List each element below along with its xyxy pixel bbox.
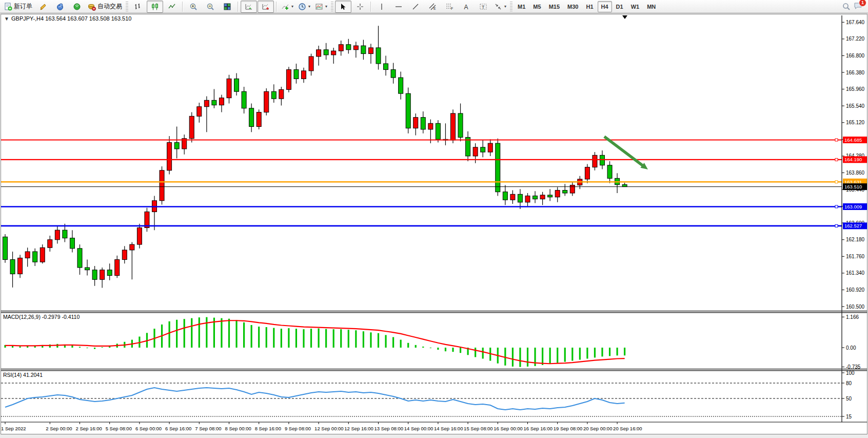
data-window-icon	[56, 3, 64, 11]
candlestick-chart-button[interactable]	[147, 1, 163, 13]
svg-text:E: E	[433, 7, 436, 10]
zoom-in-button[interactable]	[185, 1, 202, 13]
price-tick: 167.640	[846, 20, 865, 25]
time-tick: 13 Sep 08:00	[374, 426, 404, 431]
ea-navigator-button[interactable]	[69, 1, 85, 13]
timeframe-m15[interactable]: M15	[545, 1, 563, 12]
timeframe-m1[interactable]: M1	[514, 1, 529, 12]
cursor-arrow-icon	[339, 3, 347, 11]
equidistant-channel-icon: E	[428, 3, 437, 11]
auto-scroll-button[interactable]	[241, 1, 257, 13]
bar-chart-button[interactable]	[130, 1, 146, 13]
time-tick: 19 Sep 08:00	[554, 426, 583, 431]
rsi-tick: 80	[846, 380, 852, 386]
line-chart-icon	[168, 3, 176, 11]
auto-trading-label: 自动交易	[97, 2, 122, 11]
time-tick: 14 Sep 16:00	[434, 426, 463, 431]
zoom-out-button[interactable]	[202, 1, 219, 13]
svg-text:A: A	[464, 3, 468, 10]
chevron-down-icon: ▾	[504, 4, 506, 9]
time-tick: 2 Sep 16:00	[76, 426, 102, 431]
svg-text:T: T	[482, 4, 485, 9]
ohlc-collapse-arrow[interactable]: ▼	[4, 16, 9, 22]
price-tick: 160.920	[846, 287, 865, 293]
macd-tick: 1.166	[846, 314, 859, 320]
periods-button[interactable]: ▾	[296, 1, 312, 13]
timeframe-m5[interactable]: M5	[529, 1, 544, 12]
cursor-tool-button[interactable]	[335, 1, 351, 13]
time-tick: 5 Sep 08:00	[106, 426, 132, 431]
price-line-label: 163.009	[844, 204, 862, 210]
chart-shift-icon	[262, 3, 270, 11]
new-order-label: 新订单	[14, 2, 32, 11]
time-tick: 14 Sep 00:00	[404, 426, 433, 431]
line-chart-button[interactable]	[164, 1, 180, 13]
time-tick: 16 Sep 16:00	[524, 426, 553, 431]
candlestick-chart-icon	[151, 3, 159, 11]
toolbar-separator	[238, 2, 239, 12]
timeframe-group: M1M5M15M30H1H4D1W1MN	[514, 1, 659, 12]
price-line-label: 162.527	[844, 223, 862, 228]
price-tick: 161.340	[846, 270, 865, 276]
time-tick: 8 Sep 16:00	[255, 426, 281, 431]
arrows-tool-button[interactable]: ▾	[492, 1, 508, 13]
horizontal-line-tool-button[interactable]	[390, 1, 407, 13]
timeframe-m30[interactable]: M30	[564, 1, 582, 12]
tile-windows-icon	[223, 3, 231, 11]
indicators-add-icon	[281, 3, 289, 11]
trendline-tool-button[interactable]	[407, 1, 424, 13]
templates-icon	[315, 3, 323, 11]
time-tick: 1 Sep 2022	[1, 426, 26, 431]
timeframe-h1[interactable]: H1	[582, 1, 597, 12]
crosshair-tool-button[interactable]	[352, 1, 368, 13]
channel-tool-button[interactable]: E	[424, 1, 441, 13]
crosshair-icon	[356, 3, 364, 11]
text-tool-button[interactable]: A	[458, 1, 475, 13]
arrows-icon	[494, 3, 502, 11]
market-watch-icon	[39, 3, 47, 11]
price-line-label: 164.190	[844, 157, 862, 162]
periods-clock-icon	[298, 3, 306, 11]
fibonacci-tool-button[interactable]: F	[441, 1, 458, 13]
time-tick: 15 Sep 08:00	[464, 426, 493, 431]
terminal-window: 新订单	[0, 0, 868, 438]
market-watch-button[interactable]	[35, 1, 51, 13]
time-tick: 6 Sep 00:00	[135, 426, 162, 431]
data-window-button[interactable]	[52, 1, 68, 13]
macd-label: MACD(12,26,9) -0.2979 -0.4110	[3, 314, 80, 320]
chevron-down-icon: ▾	[308, 4, 310, 9]
price-tick: 163.860	[846, 170, 865, 176]
auto-scroll-icon	[245, 3, 253, 11]
price-tick: 162.180	[846, 237, 865, 242]
time-tick: 7 Sep 08:00	[195, 426, 221, 431]
timeframe-mn[interactable]: MN	[643, 1, 659, 12]
chart-shift-button[interactable]	[258, 1, 274, 13]
price-tick: 166.380	[846, 70, 865, 75]
notifications-button[interactable]: 1	[854, 2, 863, 12]
price-tick: 160.500	[846, 304, 865, 310]
time-tick: 12 Sep 16:00	[344, 426, 373, 431]
vertical-line-tool-button[interactable]	[373, 1, 390, 13]
text-label-tool-button[interactable]: T	[475, 1, 491, 13]
time-tick: 2 Sep 00:00	[46, 426, 72, 431]
new-order-icon	[4, 3, 12, 11]
templates-button[interactable]: ▾	[313, 1, 329, 13]
chart-canvas[interactable]: MACD(12,26,9) -0.2979 -0.41101.1660.00-0…	[0, 13, 868, 438]
search-icon[interactable]	[842, 3, 851, 11]
timeframe-w1[interactable]: W1	[627, 1, 643, 12]
indicators-button[interactable]: ▾	[279, 1, 295, 13]
timeframe-h4[interactable]: H4	[598, 1, 612, 12]
tile-windows-button[interactable]	[219, 1, 235, 13]
svg-text:F: F	[451, 7, 453, 10]
toolbar-drag-handle[interactable]	[510, 2, 512, 12]
new-order-button[interactable]: 新订单	[2, 1, 34, 13]
macd-tick: 0.00	[846, 345, 856, 351]
rsi-label: RSI(14) 41.2041	[3, 372, 43, 378]
time-tick: 16 Sep 00:00	[494, 426, 523, 431]
price-line-label: 164.685	[844, 137, 862, 143]
toolbar-drag-handle[interactable]	[126, 2, 128, 12]
auto-trading-button[interactable]: 自动交易	[86, 1, 124, 13]
toolbar-drag-handle[interactable]	[331, 2, 333, 12]
timeframe-d1[interactable]: D1	[613, 1, 627, 12]
time-tick: 20 Sep 00:00	[583, 426, 613, 431]
